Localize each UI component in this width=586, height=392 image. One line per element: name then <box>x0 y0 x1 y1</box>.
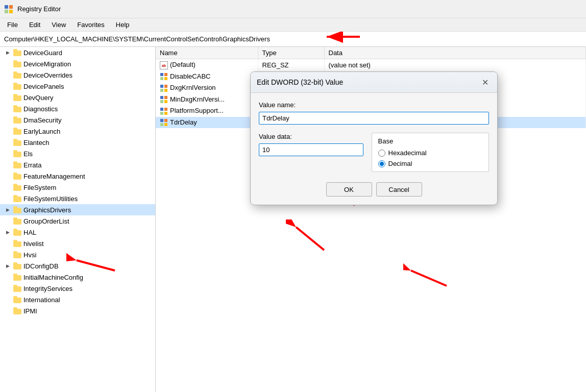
tree-item[interactable]: GroupOrderList <box>0 215 155 227</box>
menu-bar: File Edit View Favorites Help <box>0 18 586 32</box>
folder-icon <box>13 296 21 303</box>
tree-item[interactable]: DeviceMigration <box>0 58 155 69</box>
base-label: Base <box>378 137 483 145</box>
radio-hexadecimal-text: Hexadecimal <box>388 149 427 157</box>
folder-icon <box>13 173 21 180</box>
dialog-row: Value data: Base Hexadecimal Decimal <box>259 133 489 172</box>
tree-item[interactable]: IntegrityServices <box>0 283 155 294</box>
radio-decimal[interactable] <box>378 160 385 167</box>
dialog-body: Value name: Value data: Base Hexadecimal <box>251 93 497 205</box>
tree-arrow-icon: ▶ <box>6 207 11 212</box>
tree-item-label: GroupOrderList <box>23 217 69 225</box>
tree-item-label: IDConfigDB <box>23 262 59 270</box>
base-section: Base Hexadecimal Decimal <box>372 133 490 172</box>
tree-item-label: HAL <box>23 229 36 236</box>
tree-item-label: Els <box>23 150 33 158</box>
tree-item[interactable]: Hvsi <box>0 249 155 260</box>
dialog-title-bar: Edit DWORD (32-bit) Value ✕ <box>251 72 497 93</box>
folder-icon <box>13 60 21 67</box>
table-row[interactable]: ab(Default)REG_SZ(value not set) <box>156 59 586 71</box>
svg-rect-17 <box>164 100 167 103</box>
reg-name-text: DxgKrnlVersion <box>170 84 216 91</box>
tree-item[interactable]: Errata <box>0 159 155 170</box>
tree-item[interactable]: DeviceOverrides <box>0 69 155 81</box>
reg-name-text: TdrDelay <box>170 118 197 126</box>
folder-icon <box>13 184 21 191</box>
col-data: Data <box>324 47 586 59</box>
svg-rect-8 <box>160 77 163 80</box>
tree-item[interactable]: IPMI <box>0 305 155 316</box>
folder-icon <box>13 251 21 258</box>
dialog-close-button[interactable]: ✕ <box>479 76 491 88</box>
menu-edit[interactable]: Edit <box>24 20 45 30</box>
folder-icon <box>13 262 21 270</box>
tree-item-label: FeatureManagement <box>23 173 85 180</box>
col-name: Name <box>156 47 258 59</box>
tree-arrow-icon: ▶ <box>6 230 11 235</box>
svg-rect-20 <box>160 112 163 115</box>
value-data-input[interactable] <box>259 143 363 156</box>
radio-hexadecimal-label[interactable]: Hexadecimal <box>378 149 483 157</box>
tree-arrow-icon: ▶ <box>6 50 11 55</box>
tree-item-label: Errata <box>23 161 41 169</box>
tree-item[interactable]: ▶HAL <box>0 227 155 238</box>
tree-item-label: Diagnostics <box>23 105 58 113</box>
folder-icon <box>13 274 21 281</box>
reg-dword-icon <box>160 95 168 104</box>
radio-hexadecimal[interactable] <box>378 150 385 157</box>
svg-rect-12 <box>160 89 163 92</box>
svg-rect-11 <box>164 85 167 88</box>
svg-rect-19 <box>164 108 167 111</box>
tree-item[interactable]: Els <box>0 148 155 159</box>
tree-item-label: IntegrityServices <box>23 285 72 292</box>
tree-item-label: DeviceOverrides <box>23 71 72 79</box>
tree-item[interactable]: DmaSecurity <box>0 114 155 126</box>
reg-name-cell: MinDxgKrnlVersi... <box>156 94 258 106</box>
folder-icon <box>13 128 21 135</box>
folder-icon <box>13 71 21 79</box>
menu-view[interactable]: View <box>46 20 71 30</box>
menu-help[interactable]: Help <box>111 20 135 30</box>
tree-item[interactable]: ▶GraphicsDrivers <box>0 204 155 215</box>
tree-item[interactable]: International <box>0 294 155 305</box>
menu-file[interactable]: File <box>2 20 23 30</box>
reg-name-cell: ab(Default) <box>156 59 258 71</box>
reg-name-cell: DxgKrnlVersion <box>156 82 258 94</box>
address-path[interactable]: Computer\HKEY_LOCAL_MACHINE\SYSTEM\Curre… <box>4 35 582 43</box>
folder-icon <box>13 83 21 90</box>
tree-item[interactable]: DevicePanels <box>0 81 155 92</box>
value-name-input[interactable] <box>259 112 489 125</box>
svg-rect-2 <box>5 10 8 13</box>
tree-item-label: FileSystem <box>23 184 56 191</box>
folder-icon <box>13 161 21 168</box>
menu-favorites[interactable]: Favorites <box>72 20 109 30</box>
tree-item[interactable]: ▶DeviceGuard <box>0 47 155 58</box>
reg-dword-icon <box>160 107 168 115</box>
tree-item[interactable]: FileSystemUtilities <box>0 193 155 204</box>
radio-group: Hexadecimal Decimal <box>378 149 483 167</box>
tree-panel[interactable]: ▶DeviceGuardDeviceMigrationDeviceOverrid… <box>0 47 156 392</box>
tree-item[interactable]: FileSystem <box>0 182 155 193</box>
svg-rect-1 <box>9 5 13 9</box>
tree-item[interactable]: hivelist <box>0 238 155 249</box>
ok-button[interactable]: OK <box>326 182 372 197</box>
reg-name-cell: PlatformSupport... <box>156 105 258 117</box>
tree-item[interactable]: Diagnostics <box>0 103 155 114</box>
tree-item[interactable]: EarlyLaunch <box>0 126 155 137</box>
radio-decimal-label[interactable]: Decimal <box>378 160 483 167</box>
svg-rect-18 <box>160 108 163 111</box>
tree-item[interactable]: InitialMachineConfig <box>0 272 155 283</box>
folder-icon <box>13 206 21 213</box>
svg-rect-6 <box>160 73 163 76</box>
tree-item[interactable]: FeatureManagement <box>0 170 155 182</box>
address-bar: Computer\HKEY_LOCAL_MACHINE\SYSTEM\Curre… <box>0 32 586 47</box>
tree-item[interactable]: Elantech <box>0 137 155 148</box>
reg-dword-icon <box>160 118 168 127</box>
folder-icon <box>13 49 21 56</box>
tree-item[interactable]: ▶IDConfigDB <box>0 260 155 272</box>
cancel-button[interactable]: Cancel <box>376 182 422 197</box>
dialog-buttons: OK Cancel <box>259 180 489 197</box>
folder-icon <box>13 94 21 101</box>
app-icon <box>4 5 13 14</box>
tree-item[interactable]: DevQuery <box>0 92 155 103</box>
